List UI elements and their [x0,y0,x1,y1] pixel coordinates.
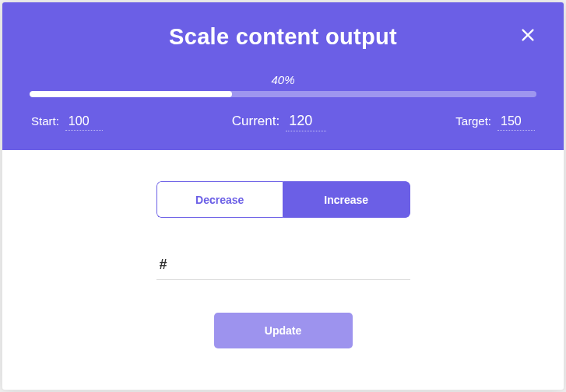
update-button[interactable]: Update [214,313,353,348]
close-button[interactable] [517,24,539,46]
scale-content-modal: Scale content output 40% Start: Current:… [2,2,564,390]
start-group: Start: [31,113,103,131]
progress-fill [30,91,232,97]
modal-body: Decrease Increase Update [2,150,564,372]
target-input[interactable] [497,113,535,131]
decrease-button[interactable]: Decrease [156,181,283,218]
current-group: Current: [232,111,326,131]
modal-header: Scale content output 40% Start: Current:… [2,2,564,150]
progress-percent: 40% [30,73,536,86]
start-input[interactable] [65,113,103,131]
amount-input[interactable] [156,250,410,280]
increase-button[interactable]: Increase [283,181,410,218]
progress-bar [30,91,536,97]
start-label: Start: [31,114,59,128]
modal-title: Scale content output [30,24,536,50]
values-row: Start: Current: Target: [30,111,536,131]
target-label: Target: [455,114,491,128]
current-input[interactable] [286,111,326,131]
current-label: Current: [232,114,279,129]
close-icon [519,26,536,44]
direction-segmented: Decrease Increase [156,181,410,218]
target-group: Target: [455,113,535,131]
